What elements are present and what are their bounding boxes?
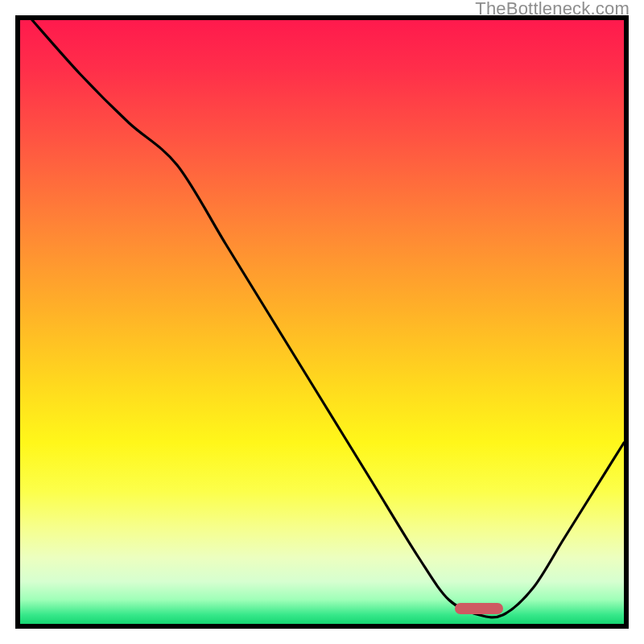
- chart-frame: TheBottleneck.com: [0, 0, 644, 644]
- bottleneck-curve: [20, 20, 624, 624]
- optimal-range-marker: [455, 603, 503, 614]
- plot-area: [15, 15, 629, 629]
